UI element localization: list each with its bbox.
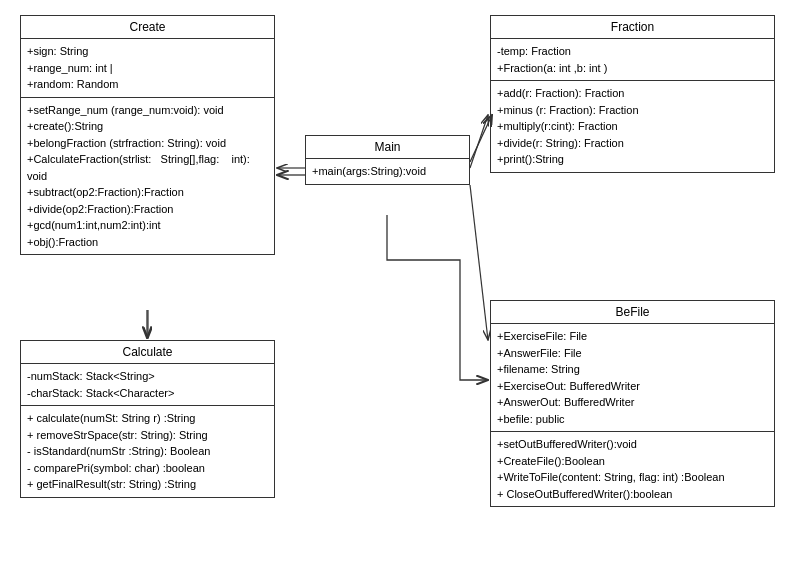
befile-field-2: +AnswerFile: File	[497, 345, 768, 362]
calculate-box: Calculate -numStack: Stack<String> -char…	[20, 340, 275, 498]
calculate-field-2: -charStack: Stack<Character>	[27, 385, 268, 402]
befile-method-2: +CreateFile():Boolean	[497, 453, 768, 470]
create-methods: +setRange_num (range_num:void): void +cr…	[21, 98, 274, 255]
create-field-1: +sign: String	[27, 43, 268, 60]
fraction-method-1: +add(r: Fraction): Fraction	[497, 85, 768, 102]
calculate-method-3: - isStandard(numStr :String): Boolean	[27, 443, 268, 460]
svg-line-5	[470, 115, 492, 162]
create-title: Create	[21, 16, 274, 39]
diagram-container: Create +sign: String +range_num: int | +…	[0, 0, 792, 561]
fraction-box: Fraction -temp: Fraction +Fraction(a: in…	[490, 15, 775, 173]
befile-field-1: +ExerciseFile: File	[497, 328, 768, 345]
create-field-2: +range_num: int |	[27, 60, 268, 77]
calculate-methods: + calculate(numSt: String r) :String + r…	[21, 406, 274, 497]
befile-field-4: +ExerciseOut: BufferedWriter	[497, 378, 768, 395]
create-method-7: +gcd(num1:int,num2:int):int	[27, 217, 268, 234]
create-method-8: +obj():Fraction	[27, 234, 268, 251]
calculate-method-5: + getFinalResult(str: String) :String	[27, 476, 268, 493]
create-field-3: +random: Random	[27, 76, 268, 93]
befile-method-4: + CloseOutBufferedWriter():boolean	[497, 486, 768, 503]
fraction-fields: -temp: Fraction +Fraction(a: int ,b: int…	[491, 39, 774, 81]
calculate-fields: -numStack: Stack<String> -charStack: Sta…	[21, 364, 274, 406]
create-box: Create +sign: String +range_num: int | +…	[20, 15, 275, 255]
svg-line-4	[470, 185, 488, 340]
calculate-method-2: + removeStrSpace(str: String): String	[27, 427, 268, 444]
create-method-5: +subtract(op2:Fraction):Fraction	[27, 184, 268, 201]
befile-field-5: +AnswerOut: BufferedWriter	[497, 394, 768, 411]
befile-methods: +setOutBufferedWriter():void +CreateFile…	[491, 432, 774, 506]
create-method-2: +create():String	[27, 118, 268, 135]
create-method-4: +CalculateFraction(strlist: String[],fla…	[27, 151, 268, 168]
befile-method-1: +setOutBufferedWriter():void	[497, 436, 768, 453]
calculate-title: Calculate	[21, 341, 274, 364]
befile-field-6: +befile: public	[497, 411, 768, 428]
create-fields: +sign: String +range_num: int | +random:…	[21, 39, 274, 98]
fraction-title: Fraction	[491, 16, 774, 39]
befile-fields: +ExerciseFile: File +AnswerFile: File +f…	[491, 324, 774, 432]
befile-field-3: +filename: String	[497, 361, 768, 378]
main-methods: +main(args:String):void	[306, 159, 469, 184]
fraction-method-2: +minus (r: Fraction): Fraction	[497, 102, 768, 119]
main-method-1: +main(args:String):void	[312, 163, 463, 180]
create-method-4b: void	[27, 168, 268, 185]
fraction-field-1: -temp: Fraction	[497, 43, 768, 60]
calculate-method-4: - comparePri(symbol: char) :boolean	[27, 460, 268, 477]
befile-title: BeFile	[491, 301, 774, 324]
create-method-1: +setRange_num (range_num:void): void	[27, 102, 268, 119]
calculate-method-1: + calculate(numSt: String r) :String	[27, 410, 268, 427]
calculate-field-1: -numStack: Stack<String>	[27, 368, 268, 385]
befile-method-3: +WriteToFile(content: String, flag: int)…	[497, 469, 768, 486]
svg-line-1	[470, 115, 488, 168]
befile-box: BeFile +ExerciseFile: File +AnswerFile: …	[490, 300, 775, 507]
fraction-method-4: +divide(r: String): Fraction	[497, 135, 768, 152]
fraction-method-3: +multiply(r:cint): Fraction	[497, 118, 768, 135]
fraction-field-2: +Fraction(a: int ,b: int )	[497, 60, 768, 77]
main-box: Main +main(args:String):void	[305, 135, 470, 185]
create-method-6: +divide(op2:Fraction):Fraction	[27, 201, 268, 218]
fraction-methods: +add(r: Fraction): Fraction +minus (r: F…	[491, 81, 774, 172]
create-method-3: +belongFraction (strfraction: String): v…	[27, 135, 268, 152]
main-title: Main	[306, 136, 469, 159]
fraction-method-5: +print():String	[497, 151, 768, 168]
